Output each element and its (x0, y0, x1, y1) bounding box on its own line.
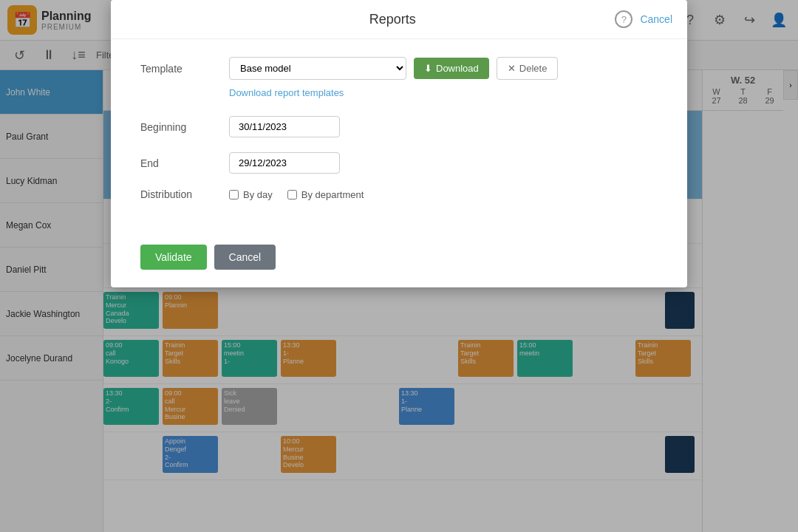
beginning-input[interactable] (229, 116, 340, 137)
modal-cancel-link[interactable]: Cancel (640, 13, 672, 25)
modal-header-right: ? Cancel (615, 10, 672, 28)
modal-footer: Validate Cancel (111, 237, 687, 287)
template-label: Template (140, 63, 229, 75)
delete-icon: ✕ (508, 63, 516, 74)
end-input[interactable] (229, 152, 340, 174)
modal-overlay: Reports ? Cancel Template Base model ⬇ D… (0, 0, 798, 532)
beginning-label: Beginning (140, 121, 229, 133)
end-row: End (140, 152, 658, 174)
download-link-row: Download report templates (229, 87, 658, 98)
by-day-checkbox[interactable] (229, 190, 239, 200)
download-button[interactable]: ⬇ Download (414, 58, 489, 79)
beginning-row: Beginning (140, 116, 658, 137)
modal-header: Reports ? Cancel (111, 0, 687, 39)
by-day-label[interactable]: By day (229, 189, 273, 200)
cancel-button[interactable]: Cancel (214, 245, 276, 270)
template-controls: Base model ⬇ Download ✕ Delete (229, 57, 558, 80)
delete-button[interactable]: ✕ Delete (497, 57, 559, 80)
modal-body: Template Base model ⬇ Download ✕ Delete (111, 39, 687, 237)
download-templates-link[interactable]: Download report templates (229, 87, 344, 98)
distribution-row: Distribution By day By department (140, 188, 658, 200)
distribution-label: Distribution (140, 188, 229, 200)
template-row: Template Base model ⬇ Download ✕ Delete (140, 57, 658, 80)
reports-modal: Reports ? Cancel Template Base model ⬇ D… (111, 0, 687, 287)
download-icon: ⬇ (424, 63, 432, 74)
distribution-checkboxes: By day By department (229, 189, 364, 200)
modal-title: Reports (170, 12, 615, 27)
by-department-checkbox[interactable] (287, 190, 297, 200)
template-select[interactable]: Base model (229, 57, 406, 80)
modal-help-icon[interactable]: ? (615, 10, 632, 28)
validate-button[interactable]: Validate (140, 245, 207, 270)
by-department-label[interactable]: By department (287, 189, 364, 200)
end-label: End (140, 157, 229, 169)
